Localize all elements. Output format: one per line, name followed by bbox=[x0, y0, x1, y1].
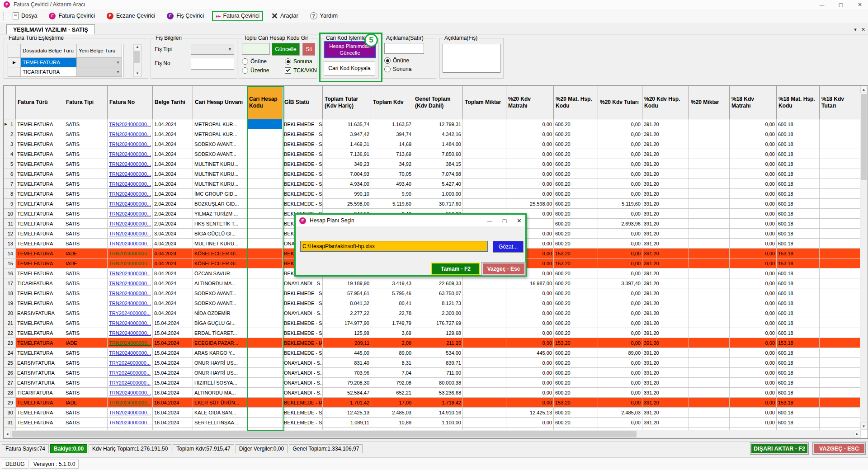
column-header-%20-kdv-matrahı[interactable]: %20 Kdv Matrahı bbox=[506, 86, 554, 119]
menu-item-fatura-evirici[interactable]: ℮-Fatura Çevirici bbox=[212, 11, 263, 21]
column-header-row[interactable] bbox=[4, 86, 16, 119]
menu-item-dosya[interactable]: Dosya bbox=[9, 10, 41, 21]
menu-item-fatura-evirici[interactable]: FFatura Çevirici bbox=[45, 11, 99, 21]
column-header-fatura-türü[interactable]: Fatura Türü bbox=[16, 86, 64, 119]
fatura-no-link[interactable]: TRN2024000000... bbox=[109, 320, 151, 326]
fatura-no-cell[interactable]: TRN2024000000... bbox=[108, 129, 153, 139]
fatura-no-link[interactable]: TRN2024000000... bbox=[109, 390, 151, 395]
table-row[interactable]: 4TEMELFATURASATISTRN2024000000...1.04.20… bbox=[4, 149, 861, 159]
fatura-no-link[interactable]: TRY2024000000... bbox=[109, 370, 151, 376]
dialog-close-icon[interactable]: ✕ bbox=[517, 217, 522, 224]
table-row[interactable]: 26EARSIVFATURASATISTRY2024000000...15.04… bbox=[4, 368, 861, 378]
fatura-no-cell[interactable]: TRN2024000000... bbox=[108, 119, 153, 129]
table-row[interactable]: 19TEMELFATURASATISTRN2024000000...8.04.2… bbox=[4, 298, 861, 308]
column-header-%20-kdv-tutarı[interactable]: %20 Kdv Tutarı bbox=[598, 86, 642, 119]
table-row[interactable]: 9TEMELFATURASATISTRN2024000000...2.04.20… bbox=[4, 199, 861, 209]
fatura-no-cell[interactable]: TRN2024000000... bbox=[108, 398, 153, 408]
fatura-no-link[interactable]: TRN2024000000... bbox=[109, 400, 151, 405]
table-row[interactable]: 2TEMELFATURASATISTRN2024000000...1.04.20… bbox=[4, 129, 861, 139]
fatura-no-link[interactable]: TRN2024000000... bbox=[109, 161, 151, 167]
fatura-no-cell[interactable]: TRN2024000000... bbox=[108, 258, 153, 268]
fatura-no-cell[interactable]: TRY2024000000... bbox=[108, 358, 153, 368]
cari-kod-kopyala-button[interactable]: Cari Kod Kopyala bbox=[324, 61, 375, 75]
guncelle-button[interactable]: Güncelle bbox=[272, 43, 300, 56]
yeni-belge-turu-select[interactable]: ▼ bbox=[77, 58, 122, 67]
fatura-no-cell[interactable]: TRY2024000000... bbox=[108, 378, 153, 388]
fatura-no-link[interactable]: TRN2024000000... bbox=[109, 231, 151, 236]
aciklama-satir-input[interactable] bbox=[384, 43, 424, 54]
fatura-no-cell[interactable]: TRN2024000000... bbox=[108, 338, 153, 348]
menu-item-ara-lar[interactable]: Araçlar bbox=[268, 11, 302, 21]
scroll-down-icon[interactable]: ▼ bbox=[134, 71, 141, 77]
fis-tipi-select[interactable]: ▼ bbox=[191, 44, 234, 55]
fatura-no-cell[interactable]: TRN2024000000... bbox=[108, 139, 153, 149]
table-row[interactable]: 29TEMELFATURAIADETRN2024000000...16.04.2… bbox=[4, 398, 861, 408]
fatura-no-cell[interactable]: TRN2024000000... bbox=[108, 229, 153, 239]
fatura-no-link[interactable]: TRN2024000000... bbox=[109, 420, 151, 425]
menu-item-yard-m[interactable]: ?Yardım bbox=[307, 10, 341, 21]
scroll-up-icon[interactable]: ▲ bbox=[860, 86, 867, 93]
tamam-f2-button[interactable]: Tamam - F2 bbox=[431, 263, 480, 275]
tab-close-icon[interactable]: ✕ bbox=[861, 27, 865, 33]
fatura-no-link[interactable]: TRN2024000000... bbox=[109, 132, 151, 137]
table-row[interactable]: 18TEMELFATURASATISTRN2024000000...8.04.2… bbox=[4, 288, 861, 298]
table-row[interactable]: ▶1TEMELFATURASATISTRN2024000000...1.04.2… bbox=[4, 119, 861, 129]
tab-yesilmavi-yazilim-satis[interactable]: YEŞİLMAVİ YAZILIM - SATIŞ bbox=[6, 24, 95, 34]
radio-uzerine[interactable]: Üzerine bbox=[241, 67, 270, 74]
toplu-cari-kod-input[interactable] bbox=[242, 43, 270, 55]
table-row[interactable]: 31TEMELFATURASATISTRN2024000000...16.04.… bbox=[4, 418, 861, 428]
fatura-no-link[interactable]: TRY2024000000... bbox=[109, 360, 151, 366]
table-row[interactable]: 6TEMELFATURASATISTRN2024000000...1.04.20… bbox=[4, 169, 861, 179]
fatura-no-link[interactable]: TRN2024000000... bbox=[109, 350, 151, 356]
fatura-no-cell[interactable]: TRY2024000000... bbox=[108, 308, 153, 318]
fatura-no-cell[interactable]: TRN2024000000... bbox=[108, 249, 153, 258]
fatura-no-cell[interactable]: TRN2024000000... bbox=[108, 179, 153, 189]
column-header-%18-mat-hsp-kodu[interactable]: %18 Mat. Hsp. Kodu bbox=[777, 86, 820, 119]
fatura-no-link[interactable]: TRN2024000000... bbox=[109, 251, 151, 256]
table-row[interactable]: 20EARSIVFATURASATISTRY2024000000...8.04.… bbox=[4, 308, 861, 318]
fatura-no-cell[interactable]: TRN2024000000... bbox=[108, 169, 153, 179]
fatura-no-link[interactable]: TRN2024000000... bbox=[109, 191, 151, 197]
menu-item-fi-evirici[interactable]: FFiş Çevirici bbox=[163, 11, 208, 21]
fatura-no-cell[interactable]: TRN2024000000... bbox=[108, 149, 153, 159]
column-header-%20-kdv-hsp-kodu[interactable]: %20 Kdv Hsp. Kodu bbox=[642, 86, 689, 119]
fatura-no-cell[interactable]: TRN2024000000... bbox=[108, 418, 153, 428]
column-header-fatura-tipi[interactable]: Fatura Tipi bbox=[64, 86, 108, 119]
table-row[interactable]: 5TEMELFATURASATISTRN2024000000...1.04.20… bbox=[4, 159, 861, 169]
fatura-no-link[interactable]: TRN2024000000... bbox=[109, 241, 151, 246]
radio-satir-onune[interactable]: Önüne bbox=[384, 57, 409, 64]
fatura-no-link[interactable]: TRN2024000000... bbox=[109, 151, 151, 157]
column-header-%18-kdv-tutarı[interactable]: %18 Kdv Tutarı bbox=[820, 86, 860, 119]
table-vertical-scrollbar[interactable]: ▲ ▼ bbox=[860, 86, 868, 430]
column-header-%20-miktar[interactable]: %20 Miktar bbox=[689, 86, 730, 119]
dosyadaki-belge-turu-cell[interactable]: TICARIFATURA bbox=[21, 67, 77, 77]
radio-onune[interactable]: Önüne bbox=[242, 58, 267, 65]
fatura-no-link[interactable]: TRN2024000000... bbox=[109, 211, 151, 216]
gozat-button[interactable]: Gözat... bbox=[493, 241, 524, 253]
fatura-no-cell[interactable]: TRY2024000000... bbox=[108, 368, 153, 378]
table-horizontal-scrollbar[interactable]: ◄ ► bbox=[4, 430, 861, 438]
scroll-up-icon[interactable]: ▲ bbox=[134, 44, 141, 50]
scroll-left-icon[interactable]: ◄ bbox=[4, 431, 11, 437]
table-row[interactable]: 24TEMELFATURASATISTRN2024000000...15.04.… bbox=[4, 348, 861, 358]
fatura-no-cell[interactable]: TRN2024000000... bbox=[108, 348, 153, 358]
fatura-no-cell[interactable]: TRN2024000000... bbox=[108, 318, 153, 328]
minimize-icon[interactable]: — bbox=[818, 2, 826, 7]
fatura-no-cell[interactable]: TRN2024000000... bbox=[108, 298, 153, 308]
column-header-belge-tarihi[interactable]: Belge Tarihi bbox=[153, 86, 193, 119]
fatura-no-cell[interactable]: TRN2024000000... bbox=[108, 328, 153, 338]
tab-list-chevron-down-icon[interactable]: ▾ bbox=[854, 27, 857, 33]
column-header-toplam-kdv[interactable]: Toplam Kdv bbox=[371, 86, 413, 119]
table-row[interactable]: 17TICARIFATURASATISTRN2024000000...8.04.… bbox=[4, 278, 861, 288]
fatura-no-link[interactable]: TRN2024000000... bbox=[109, 261, 151, 266]
yeni-belge-turu-select[interactable]: ▼ bbox=[77, 67, 122, 77]
dialog-minimize-icon[interactable]: — bbox=[487, 218, 492, 223]
table-row[interactable]: 7TEMELFATURASATISTRN2024000000...1.04.20… bbox=[4, 179, 861, 189]
menu-item-eczane-evirici[interactable]: EEczane Çevirici bbox=[103, 11, 159, 21]
dosyadaki-belge-turu-cell[interactable]: TEMELFATURA bbox=[21, 58, 77, 67]
fatura-turu-scrollbar[interactable]: ▲ ▼ bbox=[133, 44, 142, 77]
fatura-no-cell[interactable]: TRN2024000000... bbox=[108, 209, 153, 219]
fatura-no-link[interactable]: TRN2024000000... bbox=[109, 281, 151, 286]
footer-vazgec-esc-button[interactable]: VAZGEÇ - ESC bbox=[813, 443, 865, 454]
close-icon[interactable]: ✕ bbox=[856, 2, 863, 8]
